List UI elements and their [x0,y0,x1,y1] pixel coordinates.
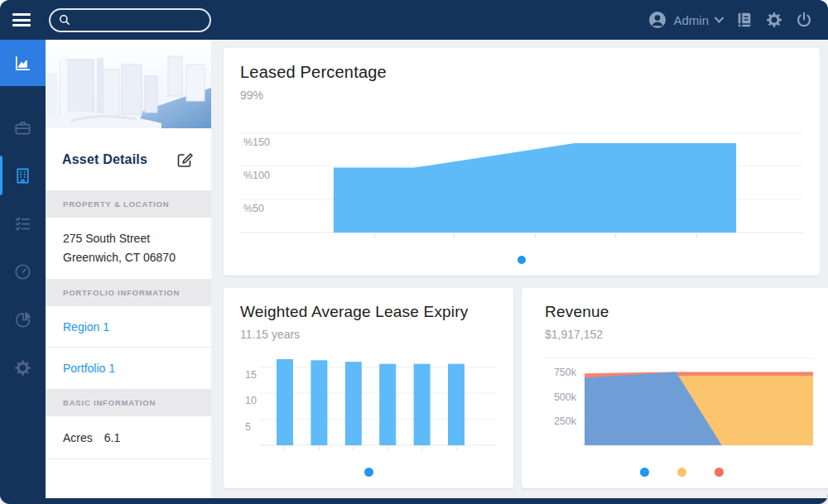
svg-text:%100: %100 [243,170,270,181]
section-header-property: PROPERTY & LOCATION [46,190,211,218]
acres-row: Acres 6.1 [46,416,211,459]
revenue-legend [545,463,818,480]
portfolio-link[interactable]: Portfolio 1 [46,348,211,389]
gear-icon [13,358,32,377]
sidebar-item-assets[interactable] [0,152,46,199]
legend-dot-series-blue[interactable] [640,468,649,477]
user-menu[interactable]: Admin [647,10,724,30]
pie-chart-icon [13,310,32,329]
wale-chart: 15105 [240,352,497,459]
sidebar-item-performance[interactable] [0,248,46,295]
revenue-card: Revenue $1,917,152 750k500k250k [522,288,828,488]
top-bar: Admin [0,0,828,40]
gauge-icon [13,262,32,281]
card-title: Leased Percentage [240,63,803,82]
section-header-portfolio: PORTFOLIO INFORMATION [46,279,211,306]
edit-icon[interactable] [175,150,195,170]
leased-percentage-card: Leased Percentage 99% %150%100%50 [224,48,820,276]
svg-text:15: 15 [245,369,257,381]
wale-legend [240,463,497,480]
sidebar-item-portfolio[interactable] [0,104,46,151]
address-line-2: Greenwich, CT 06870 [63,248,194,267]
gear-icon[interactable] [765,11,783,29]
sidebar-item-reports[interactable] [0,296,46,343]
checklist-icon [13,214,32,233]
address-row: 275 South Street Greenwich, CT 06870 [46,218,211,279]
card-subtitle: $1,917,152 [545,328,818,341]
svg-text:10: 10 [245,395,257,406]
section-header-basic: BASIC INFORMATION [46,389,211,416]
app-window: Admin [0,0,828,504]
svg-text:%50: %50 [243,203,264,214]
notes-icon[interactable] [735,11,753,29]
legend-dot-series-red[interactable] [715,468,724,477]
leased-legend [240,251,803,267]
briefcase-icon [13,118,32,137]
hamburger-menu-icon[interactable] [12,11,31,30]
topbar-actions: Admin [647,10,813,30]
card-title: Revenue [545,303,818,321]
card-subtitle: 11.15 years [240,328,497,341]
sidebar-item-dashboard[interactable] [0,40,46,86]
asset-header: Asset Details [46,128,211,190]
chevron-down-icon [715,17,724,23]
sidebar-item-tasks[interactable] [0,200,46,247]
user-label: Admin [673,13,709,27]
svg-text:500k: 500k [554,391,577,403]
wale-card: Weighted Average Lease Expiry 11.15 year… [224,288,513,488]
legend-dot-wale-series[interactable] [364,468,373,477]
svg-text:%150: %150 [243,137,270,148]
legend-dot-series-orange[interactable] [677,468,686,477]
leased-chart: %150%100%50 [240,123,803,247]
acres-label: Acres [63,431,93,444]
revenue-chart: 750k500k250k [545,352,818,459]
address-line-1: 275 South Street [63,229,194,248]
region-link[interactable]: Region 1 [46,306,211,348]
search-input[interactable] [72,14,203,26]
sidebar-nav [0,40,46,498]
card-subtitle: 99% [240,89,803,102]
main-content: Leased Percentage 99% %150%100%50 Weight… [211,40,828,498]
svg-text:5: 5 [245,421,251,433]
asset-photo [46,40,211,128]
avatar-icon [647,10,667,30]
acres-value: 6.1 [104,431,120,444]
asset-title: Asset Details [62,152,147,167]
search-icon [57,12,72,27]
search-box[interactable] [49,8,211,32]
active-edge-indicator [0,156,2,195]
building-icon [13,166,32,185]
asset-details-panel: Asset Details PROPERTY & LOCATION 275 So… [46,40,211,498]
sidebar-item-settings[interactable] [0,344,46,391]
power-icon[interactable] [795,11,813,29]
area-chart-icon [13,54,32,73]
card-title: Weighted Average Lease Expiry [240,303,497,321]
svg-text:250k: 250k [554,415,577,427]
legend-dot-leased-series[interactable] [518,256,526,264]
svg-text:750k: 750k [554,367,577,378]
